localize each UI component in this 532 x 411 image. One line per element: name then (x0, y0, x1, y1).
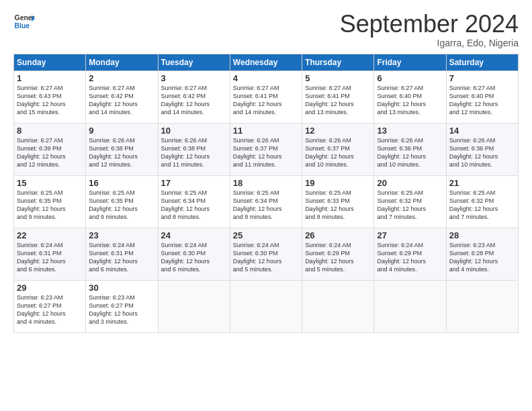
cell-info: Sunrise: 6:25 AM Sunset: 6:33 PM Dayligh… (305, 189, 371, 222)
cell-info: Sunrise: 6:24 AM Sunset: 6:31 PM Dayligh… (89, 241, 154, 274)
calendar-cell: 15Sunrise: 6:25 AM Sunset: 6:35 PM Dayli… (14, 175, 86, 228)
calendar-cell: 25Sunrise: 6:24 AM Sunset: 6:30 PM Dayli… (230, 228, 302, 280)
location-subtitle: Igarra, Edo, Nigeria (340, 38, 519, 48)
col-header-tuesday: Tuesday (158, 54, 230, 71)
day-number: 5 (305, 73, 371, 83)
week-row-4: 22Sunrise: 6:24 AM Sunset: 6:31 PM Dayli… (14, 228, 519, 280)
calendar-cell (302, 280, 374, 332)
calendar-cell: 28Sunrise: 6:23 AM Sunset: 6:28 PM Dayli… (446, 228, 518, 280)
day-number: 22 (17, 230, 83, 240)
calendar-cell: 10Sunrise: 6:26 AM Sunset: 6:38 PM Dayli… (158, 123, 230, 175)
calendar-cell: 29Sunrise: 6:23 AM Sunset: 6:27 PM Dayli… (14, 280, 86, 332)
week-row-3: 15Sunrise: 6:25 AM Sunset: 6:35 PM Dayli… (14, 175, 519, 228)
page-container: General Blue September 2024 Igarra, Edo,… (0, 0, 532, 340)
day-number: 18 (233, 178, 299, 188)
title-block: September 2024 Igarra, Edo, Nigeria (340, 11, 519, 48)
day-number: 16 (89, 178, 154, 188)
cell-info: Sunrise: 6:27 AM Sunset: 6:42 PM Dayligh… (89, 84, 154, 117)
cell-info: Sunrise: 6:27 AM Sunset: 6:41 PM Dayligh… (305, 84, 371, 117)
calendar-table: SundayMondayTuesdayWednesdayThursdayFrid… (13, 54, 519, 333)
cell-info: Sunrise: 6:24 AM Sunset: 6:30 PM Dayligh… (161, 241, 227, 274)
day-number: 8 (17, 126, 83, 136)
col-header-thursday: Thursday (302, 54, 374, 71)
calendar-cell: 1Sunrise: 6:27 AM Sunset: 6:43 PM Daylig… (14, 71, 86, 123)
day-number: 1 (17, 73, 83, 83)
col-header-saturday: Saturday (446, 54, 518, 71)
day-number: 24 (161, 230, 227, 240)
calendar-cell: 3Sunrise: 6:27 AM Sunset: 6:42 PM Daylig… (158, 71, 230, 123)
calendar-cell: 17Sunrise: 6:25 AM Sunset: 6:34 PM Dayli… (158, 175, 230, 228)
calendar-cell: 19Sunrise: 6:25 AM Sunset: 6:33 PM Dayli… (302, 175, 374, 228)
day-number: 26 (305, 230, 371, 240)
day-number: 14 (449, 126, 515, 136)
cell-info: Sunrise: 6:25 AM Sunset: 6:32 PM Dayligh… (449, 189, 515, 222)
cell-info: Sunrise: 6:26 AM Sunset: 6:38 PM Dayligh… (161, 136, 227, 169)
week-row-2: 8Sunrise: 6:27 AM Sunset: 6:39 PM Daylig… (14, 123, 519, 175)
cell-info: Sunrise: 6:27 AM Sunset: 6:40 PM Dayligh… (377, 84, 443, 117)
week-row-1: 1Sunrise: 6:27 AM Sunset: 6:43 PM Daylig… (14, 71, 519, 123)
calendar-cell: 11Sunrise: 6:26 AM Sunset: 6:37 PM Dayli… (230, 123, 302, 175)
day-number: 30 (89, 283, 154, 293)
header-row: SundayMondayTuesdayWednesdayThursdayFrid… (14, 54, 519, 71)
calendar-cell: 5Sunrise: 6:27 AM Sunset: 6:41 PM Daylig… (302, 71, 374, 123)
calendar-cell: 14Sunrise: 6:26 AM Sunset: 6:36 PM Dayli… (446, 123, 518, 175)
calendar-cell: 6Sunrise: 6:27 AM Sunset: 6:40 PM Daylig… (374, 71, 446, 123)
day-number: 13 (377, 126, 443, 136)
day-number: 2 (89, 73, 154, 83)
calendar-cell: 24Sunrise: 6:24 AM Sunset: 6:30 PM Dayli… (158, 228, 230, 280)
day-number: 3 (161, 73, 227, 83)
cell-info: Sunrise: 6:27 AM Sunset: 6:41 PM Dayligh… (233, 84, 299, 117)
header: General Blue September 2024 Igarra, Edo,… (13, 11, 519, 48)
calendar-cell: 9Sunrise: 6:26 AM Sunset: 6:38 PM Daylig… (86, 123, 158, 175)
cell-info: Sunrise: 6:27 AM Sunset: 6:42 PM Dayligh… (161, 84, 227, 117)
cell-info: Sunrise: 6:24 AM Sunset: 6:30 PM Dayligh… (233, 241, 299, 274)
day-number: 12 (305, 126, 371, 136)
day-number: 19 (305, 178, 371, 188)
calendar-cell: 20Sunrise: 6:25 AM Sunset: 6:32 PM Dayli… (374, 175, 446, 228)
day-number: 28 (449, 230, 515, 240)
cell-info: Sunrise: 6:24 AM Sunset: 6:31 PM Dayligh… (17, 241, 83, 274)
day-number: 15 (17, 178, 83, 188)
day-number: 21 (449, 178, 515, 188)
col-header-friday: Friday (374, 54, 446, 71)
day-number: 23 (89, 230, 154, 240)
calendar-cell: 16Sunrise: 6:25 AM Sunset: 6:35 PM Dayli… (86, 175, 158, 228)
calendar-cell: 18Sunrise: 6:25 AM Sunset: 6:34 PM Dayli… (230, 175, 302, 228)
calendar-cell: 26Sunrise: 6:24 AM Sunset: 6:29 PM Dayli… (302, 228, 374, 280)
cell-info: Sunrise: 6:26 AM Sunset: 6:37 PM Dayligh… (233, 136, 299, 169)
calendar-cell: 21Sunrise: 6:25 AM Sunset: 6:32 PM Dayli… (446, 175, 518, 228)
col-header-sunday: Sunday (14, 54, 86, 71)
calendar-cell (446, 280, 518, 332)
day-number: 29 (17, 283, 83, 293)
cell-info: Sunrise: 6:23 AM Sunset: 6:28 PM Dayligh… (449, 241, 515, 274)
logo-icon: General Blue (13, 11, 35, 32)
calendar-cell: 8Sunrise: 6:27 AM Sunset: 6:39 PM Daylig… (14, 123, 86, 175)
day-number: 11 (233, 126, 299, 136)
day-number: 4 (233, 73, 299, 83)
calendar-cell (230, 280, 302, 332)
calendar-cell: 13Sunrise: 6:26 AM Sunset: 6:36 PM Dayli… (374, 123, 446, 175)
cell-info: Sunrise: 6:26 AM Sunset: 6:36 PM Dayligh… (449, 136, 515, 169)
day-number: 9 (89, 126, 154, 136)
calendar-cell: 23Sunrise: 6:24 AM Sunset: 6:31 PM Dayli… (86, 228, 158, 280)
day-number: 7 (449, 73, 515, 83)
svg-text:Blue: Blue (15, 22, 30, 30)
cell-info: Sunrise: 6:25 AM Sunset: 6:34 PM Dayligh… (233, 189, 299, 222)
month-title: September 2024 (340, 11, 519, 38)
calendar-cell: 2Sunrise: 6:27 AM Sunset: 6:42 PM Daylig… (86, 71, 158, 123)
calendar-cell: 7Sunrise: 6:27 AM Sunset: 6:40 PM Daylig… (446, 71, 518, 123)
cell-info: Sunrise: 6:24 AM Sunset: 6:29 PM Dayligh… (377, 241, 443, 274)
calendar-cell: 4Sunrise: 6:27 AM Sunset: 6:41 PM Daylig… (230, 71, 302, 123)
cell-info: Sunrise: 6:27 AM Sunset: 6:40 PM Dayligh… (449, 84, 515, 117)
cell-info: Sunrise: 6:25 AM Sunset: 6:32 PM Dayligh… (377, 189, 443, 222)
cell-info: Sunrise: 6:23 AM Sunset: 6:27 PM Dayligh… (89, 293, 154, 326)
calendar-cell (374, 280, 446, 332)
day-number: 20 (377, 178, 443, 188)
day-number: 17 (161, 178, 227, 188)
cell-info: Sunrise: 6:25 AM Sunset: 6:34 PM Dayligh… (161, 189, 227, 222)
cell-info: Sunrise: 6:27 AM Sunset: 6:39 PM Dayligh… (17, 136, 83, 169)
calendar-cell (158, 280, 230, 332)
calendar-cell: 22Sunrise: 6:24 AM Sunset: 6:31 PM Dayli… (14, 228, 86, 280)
cell-info: Sunrise: 6:26 AM Sunset: 6:36 PM Dayligh… (377, 136, 443, 169)
cell-info: Sunrise: 6:25 AM Sunset: 6:35 PM Dayligh… (89, 189, 154, 222)
